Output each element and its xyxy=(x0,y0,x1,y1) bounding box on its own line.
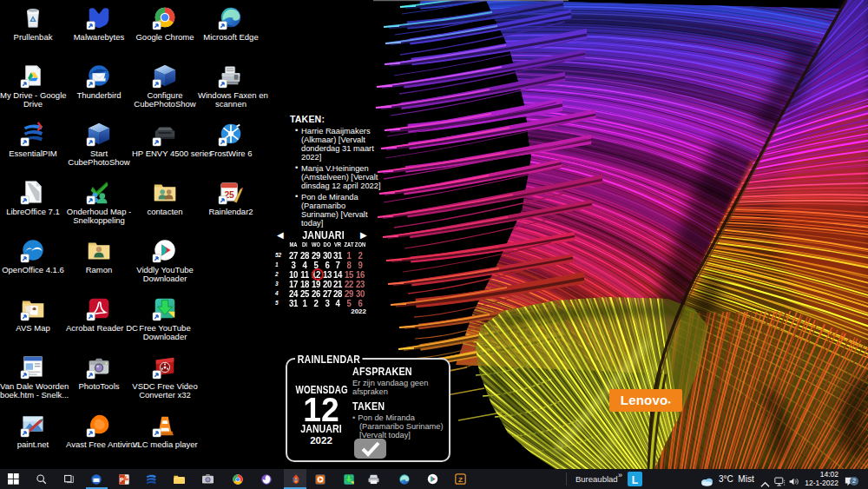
svg-text:Z: Z xyxy=(458,476,463,484)
svg-text:P: P xyxy=(120,477,124,483)
